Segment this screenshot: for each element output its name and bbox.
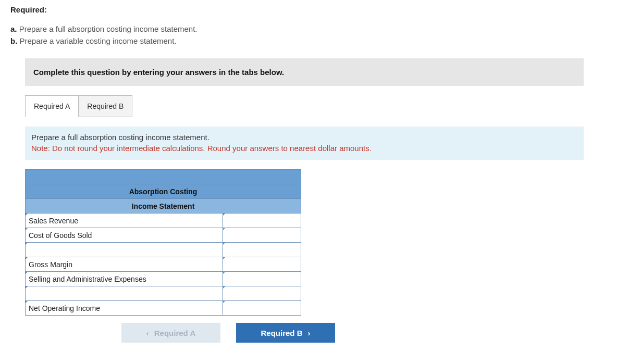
dropdown-icon	[25, 271, 28, 274]
req-a-text: Prepare a full absorption costing income…	[19, 24, 198, 33]
row-sales-revenue: Sales Revenue	[26, 214, 301, 228]
prompt-line1: Prepare a full absorption costing income…	[31, 132, 577, 143]
text-sales-revenue: Sales Revenue	[29, 217, 78, 225]
header-blank-row	[26, 170, 301, 184]
dropdown-icon	[25, 242, 28, 245]
input-tick-icon	[223, 213, 226, 216]
text-sa-expenses: Selling and Administrative Expenses	[29, 275, 146, 283]
row-blank1	[26, 243, 301, 257]
text-cogs: Cost of Goods Sold	[29, 231, 92, 240]
tabs: Required A Required B	[25, 95, 584, 117]
label-sa-expenses[interactable]: Selling and Administrative Expenses	[26, 272, 223, 286]
required-heading: Required:	[10, 5, 619, 14]
row-net-op-income: Net Operating Income	[26, 301, 301, 316]
label-cogs[interactable]: Cost of Goods Sold	[26, 228, 223, 243]
requirements-list: a. Prepare a full absorption costing inc…	[10, 23, 619, 47]
tab-required-a[interactable]: Required A	[25, 95, 79, 117]
input-tick-icon	[223, 286, 226, 289]
income-statement-table: Absorption Costing Income Statement Sale…	[25, 169, 301, 316]
input-blank1[interactable]	[223, 243, 301, 257]
dropdown-icon	[25, 228, 28, 231]
dropdown-icon	[25, 257, 28, 260]
row-blank2	[26, 286, 301, 301]
next-button-label: Required B	[261, 329, 302, 337]
requirement-b: b. Prepare a variable costing income sta…	[10, 35, 619, 47]
label-sales-revenue[interactable]: Sales Revenue	[26, 214, 223, 228]
prompt-panel: Prepare a full absorption costing income…	[25, 127, 584, 160]
req-b-label: b.	[10, 36, 17, 45]
instruction-bar: Complete this question by entering your …	[25, 58, 584, 86]
label-gross-margin[interactable]: Gross Margin	[26, 257, 223, 272]
label-blank2[interactable]	[26, 286, 223, 301]
requirement-a: a. Prepare a full absorption costing inc…	[10, 23, 619, 35]
chevron-left-icon: ‹	[146, 329, 149, 337]
prev-button: ‹ Required A	[121, 323, 220, 343]
tab-required-b[interactable]: Required B	[78, 95, 132, 117]
row-gross-margin: Gross Margin	[26, 257, 301, 272]
prompt-note: Note: Do not round your intermediate cal…	[31, 143, 577, 154]
next-button[interactable]: Required B ›	[236, 323, 335, 343]
statement-table-wrap: Absorption Costing Income Statement Sale…	[25, 169, 584, 316]
input-net-op-income[interactable]	[223, 301, 301, 316]
input-tick-icon	[223, 271, 226, 274]
input-sales-revenue[interactable]	[223, 214, 301, 228]
text-net-op-income: Net Operating Income	[29, 304, 100, 312]
table-title: Absorption Costing	[26, 184, 301, 199]
dropdown-icon	[25, 286, 28, 289]
dropdown-icon	[25, 300, 28, 304]
req-b-text: Prepare a variable costing income statem…	[20, 36, 177, 45]
row-sa-expenses: Selling and Administrative Expenses	[26, 272, 301, 286]
dropdown-icon	[25, 213, 28, 216]
input-sa-expenses[interactable]	[223, 272, 301, 286]
text-gross-margin: Gross Margin	[29, 260, 72, 269]
content-panel: Complete this question by entering your …	[25, 58, 584, 343]
req-a-label: a.	[10, 24, 17, 33]
input-gross-margin[interactable]	[223, 257, 301, 272]
input-blank2[interactable]	[223, 286, 301, 301]
table-subtitle: Income Statement	[26, 199, 301, 214]
label-net-op-income[interactable]: Net Operating Income	[26, 301, 223, 316]
row-cogs: Cost of Goods Sold	[26, 228, 301, 243]
input-tick-icon	[223, 257, 226, 260]
input-tick-icon	[223, 300, 226, 304]
input-cogs[interactable]	[223, 228, 301, 243]
nav-buttons: ‹ Required A Required B ›	[25, 323, 431, 343]
label-blank1[interactable]	[26, 243, 223, 257]
input-tick-icon	[223, 242, 226, 245]
chevron-right-icon: ›	[308, 329, 311, 337]
prev-button-label: Required A	[154, 329, 195, 337]
input-tick-icon	[223, 228, 226, 231]
